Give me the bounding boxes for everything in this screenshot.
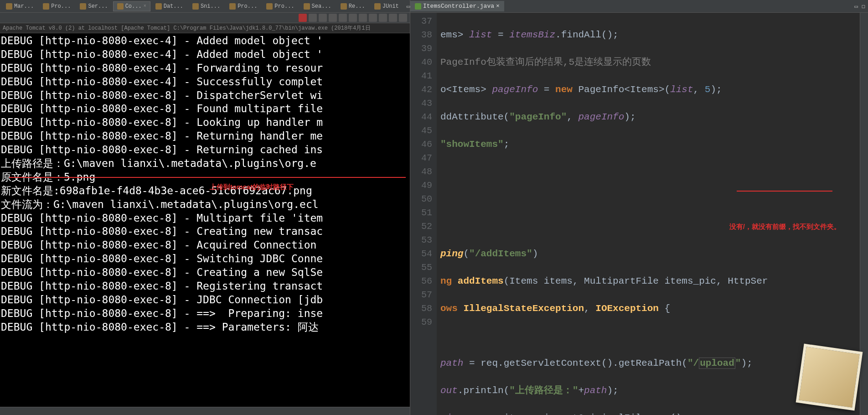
editor-window-controls: ▭ ◻ — [852, 3, 868, 10]
console-line: DEBUG [http-nio-8080-exec-8] - Creating … — [1, 266, 409, 280]
view-tab[interactable]: Mar... — [2, 1, 38, 11]
min-button[interactable] — [389, 14, 397, 22]
line-number: 47 — [412, 151, 432, 165]
remove-all-button[interactable] — [319, 14, 327, 22]
scroll-lock-button[interactable] — [339, 14, 347, 22]
view-tab[interactable]: Re... — [336, 1, 369, 11]
avatar-photo — [796, 344, 863, 411]
minimize-icon[interactable]: ▭ — [407, 3, 410, 10]
view-tab[interactable]: Pro... — [39, 1, 75, 11]
tab-label: Pro... — [274, 3, 294, 10]
console-scrollbar[interactable] — [0, 407, 410, 415]
line-gutter: 3738394041424344454647484950515253545556… — [410, 13, 437, 415]
tab-label: Sni... — [201, 3, 220, 10]
console-line: 上传路径是：G:\maven lianxi\.metadata\.plugins… — [1, 157, 409, 171]
console-pane: Mar...Pro...Ser...Co...×Dat...Sni...Pro.… — [0, 0, 410, 415]
display-selected-button[interactable] — [359, 14, 367, 22]
open-console-button[interactable] — [369, 14, 377, 22]
remove-launch-button[interactable] — [309, 14, 317, 22]
tab-label: Co... — [125, 3, 142, 10]
line-number: 53 — [412, 233, 432, 247]
view-tab-bar: Mar...Pro...Ser...Co...×Dat...Sni...Pro.… — [0, 0, 410, 13]
line-number: 46 — [412, 138, 432, 151]
max-button[interactable] — [399, 14, 407, 22]
tab-icon — [80, 3, 86, 10]
console-line: DEBUG [http-nio-8080-exec-4] - Successfu… — [1, 75, 409, 89]
tab-icon — [192, 3, 199, 10]
console-line: DEBUG [http-nio-8080-exec-8] - Acquired … — [1, 239, 409, 252]
view-tab[interactable]: Sni... — [188, 1, 224, 11]
console-line: DEBUG [http-nio-8080-exec-8] - Switching… — [1, 252, 409, 266]
line-number: 45 — [412, 124, 432, 138]
editor-tab-bar: ItemsController.java × ▭ ◻ — [410, 0, 868, 13]
tab-icon — [43, 3, 49, 10]
view-tab[interactable]: Ser... — [76, 1, 112, 11]
console-line: 文件流为：G:\maven lianxi\.metadata\.plugins\… — [1, 198, 409, 212]
clear-console-button[interactable] — [329, 14, 337, 22]
console-toolbar — [0, 13, 410, 23]
tab-label: Mar... — [14, 3, 34, 10]
console-line: DEBUG [http-nio-8080-exec-8] - Found mul… — [1, 102, 409, 116]
console-line: DEBUG [http-nio-8080-exec-8] - ==> Param… — [1, 321, 409, 334]
view-tab[interactable]: Pro... — [225, 1, 261, 11]
view-tab[interactable]: Sea... — [300, 1, 336, 11]
line-number: 50 — [412, 192, 432, 206]
line-number: 54 — [412, 247, 432, 261]
line-number: 58 — [412, 302, 432, 316]
line-number: 37 — [412, 15, 432, 28]
line-number: 42 — [412, 83, 432, 97]
console-line: DEBUG [http-nio-8080-exec-8] - Dispatche… — [1, 89, 409, 103]
maximize-icon[interactable]: ◻ — [862, 3, 865, 10]
console-process-label: Apache Tomcat v8.0 (2) at localhost [Apa… — [0, 23, 410, 33]
console-line: DEBUG [http-nio-8080-exec-8] - Returning… — [1, 143, 409, 157]
line-number: 59 — [412, 316, 432, 329]
editor-tab-itemscontroller[interactable]: ItemsController.java × — [410, 1, 504, 11]
tab-icon — [155, 3, 162, 10]
console-output[interactable]: 上传到tomcat的临时路径下 DEBUG [http-nio-8080-exe… — [0, 33, 410, 407]
view-tab[interactable]: Pro... — [262, 1, 298, 11]
view-tab[interactable]: Co...× — [113, 1, 150, 11]
tab-label: Sea... — [312, 3, 331, 10]
tab-icon — [229, 3, 236, 10]
line-number: 43 — [412, 97, 432, 110]
code-editor[interactable]: 3738394041424344454647484950515253545556… — [410, 13, 868, 415]
editor-pane: ItemsController.java × ▭ ◻ 3738394041424… — [410, 0, 868, 415]
new-console-button[interactable] — [379, 14, 387, 22]
terminate-button[interactable] — [299, 14, 307, 22]
tab-icon — [341, 3, 347, 10]
tab-label: Dat... — [164, 3, 183, 10]
code-body[interactable]: ems> list = itemsBiz.findAll(); PageInfo… — [437, 13, 860, 415]
minimize-icon[interactable]: ▭ — [854, 3, 858, 10]
pin-console-button[interactable] — [349, 14, 357, 22]
console-line: DEBUG [http-nio-8080-exec-8] - Looking u… — [1, 116, 409, 130]
console-line: 新文件名是:698afb1e-f4d8-4b3e-ace6-51c6f692ac… — [1, 184, 409, 198]
console-line: DEBUG [http-nio-8080-exec-8] - Returning… — [1, 130, 409, 143]
ide-root: Mar...Pro...Ser...Co...×Dat...Sni...Pro.… — [0, 0, 868, 415]
tab-label: Pro... — [238, 3, 257, 10]
line-number: 44 — [412, 110, 432, 124]
tab-label: JUnit — [382, 3, 399, 10]
close-icon[interactable]: × — [144, 4, 146, 9]
console-line: DEBUG [http-nio-8080-exec-4] - Forwardin… — [1, 62, 409, 75]
console-line: DEBUG [http-nio-8080-exec-8] - Creating … — [1, 225, 409, 239]
close-icon[interactable]: × — [496, 3, 500, 10]
line-number: 39 — [412, 42, 432, 56]
line-number: 38 — [412, 28, 432, 42]
tab-label: Re... — [349, 3, 365, 10]
console-line: DEBUG [http-nio-8080-exec-8] - JDBC Conn… — [1, 293, 409, 307]
tab-icon — [304, 3, 310, 10]
tab-icon — [266, 3, 273, 10]
line-number: 55 — [412, 261, 432, 275]
console-line: DEBUG [http-nio-8080-exec-4] - Added mod… — [1, 34, 409, 48]
line-number: 57 — [412, 288, 432, 302]
line-number: 40 — [412, 56, 432, 69]
console-line: DEBUG [http-nio-8080-exec-8] - Multipart… — [1, 212, 409, 225]
line-number: 56 — [412, 275, 432, 288]
console-line: DEBUG [http-nio-8080-exec-4] - Added mod… — [1, 48, 409, 62]
view-tab[interactable]: JUnit — [370, 1, 403, 11]
console-line: DEBUG [http-nio-8080-exec-8] - ==> Prepa… — [1, 307, 409, 321]
tab-label: Pro... — [51, 3, 71, 10]
view-tab[interactable]: Dat... — [151, 1, 187, 11]
line-number: 48 — [412, 165, 432, 179]
editor-tab-label: ItemsController.java — [423, 3, 494, 10]
